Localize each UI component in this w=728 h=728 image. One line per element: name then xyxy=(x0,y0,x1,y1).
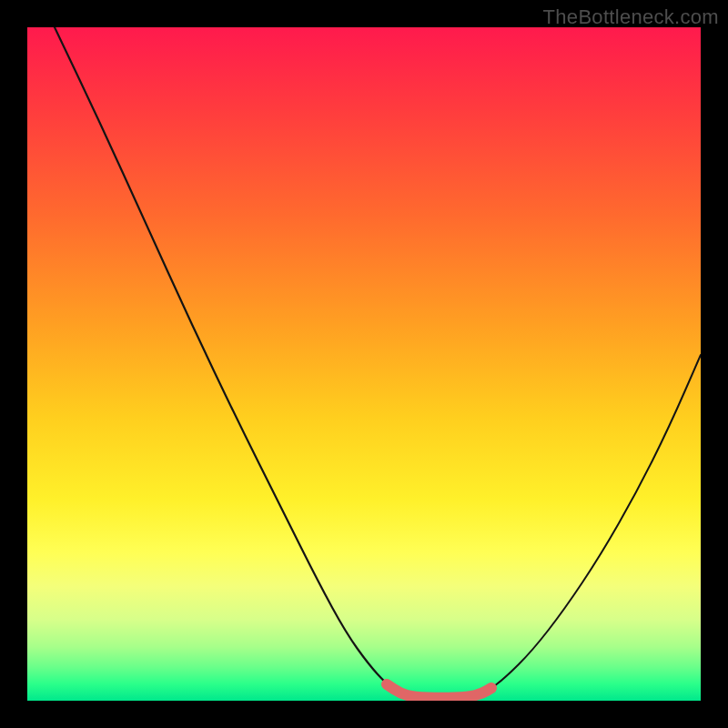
watermark-text: TheBottleneck.com xyxy=(543,5,719,29)
flat-bottom-path xyxy=(387,684,491,698)
curve-right-path xyxy=(473,355,701,698)
chart-svg xyxy=(27,27,701,701)
curve-left-path xyxy=(55,27,410,698)
chart-frame xyxy=(27,27,701,701)
